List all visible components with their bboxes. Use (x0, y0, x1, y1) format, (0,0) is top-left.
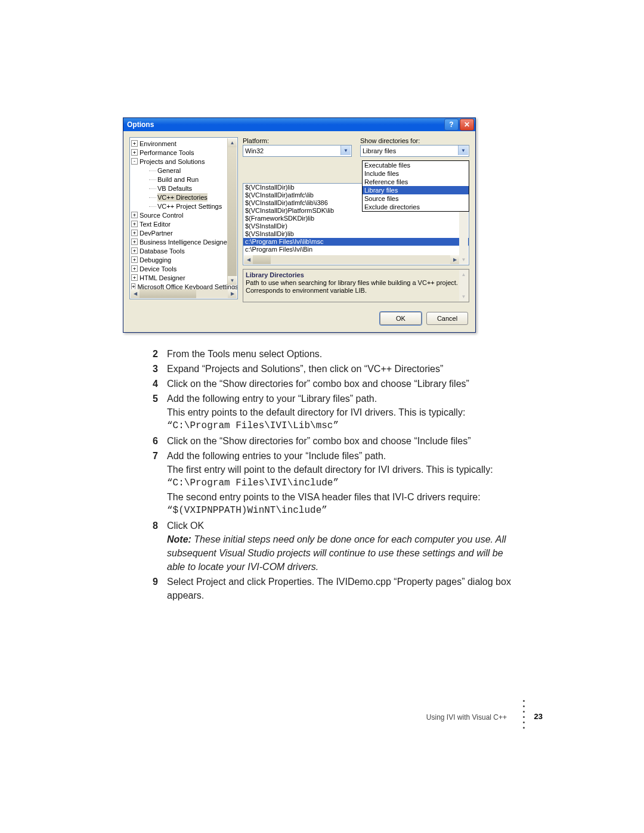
scroll-right-icon[interactable]: ▶ (450, 255, 459, 264)
step-line: Click OK (167, 519, 518, 532)
expand-icon[interactable]: + (131, 256, 138, 263)
titlebar[interactable]: Options ? ✕ (123, 118, 475, 131)
expand-icon[interactable]: + (131, 212, 138, 218)
expand-icon[interactable]: + (131, 140, 138, 147)
step: 7Add the following entries to your “Incl… (153, 449, 518, 518)
scroll-up-icon: ▲ (459, 270, 468, 279)
showdirs-combo[interactable]: Library files ▼ (360, 145, 469, 157)
tree-item[interactable]: +Database Tools (131, 246, 237, 255)
directory-entry[interactable]: $(FrameworkSDKDir)lib (243, 215, 469, 222)
scroll-right-icon[interactable]: ▶ (228, 289, 237, 298)
tree-item-label: Performance Tools (140, 148, 194, 157)
step: 2From the Tools menu select Options. (153, 347, 518, 361)
tree-item-label: General (157, 166, 181, 175)
expand-icon[interactable]: + (131, 247, 138, 254)
directory-entry[interactable]: $(VSInstallDir)lib (243, 230, 469, 238)
tree-item[interactable]: Build and Run (131, 175, 237, 184)
tree-item-label: VC++ Project Settings (157, 202, 222, 210)
dropdown-option[interactable]: Exclude directories (363, 203, 469, 211)
tree-item[interactable]: +Performance Tools (131, 148, 237, 157)
tree-item[interactable]: VB Defaults (131, 184, 237, 193)
dir-horizontal-scrollbar[interactable]: ◀ ▶ (244, 255, 459, 264)
dropdown-option[interactable]: Library files (363, 186, 469, 194)
step-body: Select Project and click Properties. The… (167, 575, 518, 602)
step-line: Click on the “Show directories for” comb… (167, 434, 518, 448)
tree-item-label: VB Defaults (157, 184, 192, 193)
expand-icon[interactable]: + (131, 239, 138, 245)
step-body: Click OKNote: These initial steps need o… (167, 519, 518, 574)
step-number: 3 (153, 362, 167, 376)
tree-item[interactable]: -Projects and Solutions (131, 157, 237, 166)
tree-item[interactable]: General (131, 166, 237, 175)
description-box: Library Directories Path to use when sea… (243, 269, 469, 302)
scroll-hthumb[interactable] (140, 289, 196, 298)
platform-combo[interactable]: Win32 ▼ (243, 145, 352, 157)
step: 5Add the following entry to your “Librar… (153, 392, 518, 433)
tree-item[interactable]: +DevPartner (131, 228, 237, 237)
step-line: Add the following entries to your “Inclu… (167, 449, 518, 463)
scroll-down-icon[interactable]: ▼ (228, 276, 237, 285)
expand-icon[interactable]: + (131, 274, 138, 281)
step-number: 4 (153, 377, 167, 391)
tree-item[interactable]: +Device Tools (131, 264, 237, 273)
tree-item-label: HTML Designer (140, 274, 185, 282)
step-body: Expand “Projects and Solutions”, then cl… (167, 362, 518, 376)
step-body: Click on the “Show directories for” comb… (167, 434, 518, 448)
directory-entry[interactable]: $(VSInstallDir) (243, 222, 469, 230)
directory-entry[interactable]: c:\Program Files\Ivi\lib\msc (243, 238, 469, 246)
close-button[interactable]: ✕ (460, 119, 474, 131)
showdirs-label: Show directories for: (360, 137, 469, 144)
scroll-up-icon[interactable]: ▲ (228, 138, 237, 147)
tree-item-label: DevPartner (140, 229, 173, 237)
step: 3Expand “Projects and Solutions”, then c… (153, 362, 518, 376)
tree-item[interactable]: VC++ Directories (131, 193, 237, 202)
tree-item[interactable]: +HTML Designer (131, 273, 237, 282)
tree-item[interactable]: +Source Control (131, 210, 237, 219)
tree-vertical-scrollbar[interactable]: ▲ ▼ (227, 138, 237, 285)
dropdown-option[interactable]: Include files (363, 169, 469, 178)
step-body: Add the following entries to your “Inclu… (167, 449, 518, 518)
tree-item[interactable]: +Debugging (131, 255, 237, 264)
platform-label: Platform: (243, 137, 352, 144)
showdirs-dropdown[interactable]: Executable filesInclude filesReference f… (362, 160, 469, 212)
step: 8Click OKNote: These initial steps need … (153, 519, 518, 574)
help-button[interactable]: ? (444, 119, 459, 131)
scroll-down-icon: ▼ (459, 292, 468, 301)
directory-entry[interactable]: c:\Program Files\Ivi\Bin (243, 246, 469, 253)
tree-item-label: Database Tools (140, 247, 185, 255)
scroll-left-icon[interactable]: ◀ (131, 289, 140, 298)
tree-item[interactable]: VC++ Project Settings (131, 202, 237, 210)
chevron-down-icon[interactable]: ▼ (458, 145, 468, 155)
tree-horizontal-scrollbar[interactable]: ◀ ▶ (131, 289, 237, 298)
dropdown-option[interactable]: Executable files (363, 161, 469, 169)
tree-item-label: Source Control (140, 211, 183, 219)
expand-icon[interactable]: + (131, 221, 138, 227)
tree-item-label: Debugging (140, 256, 171, 264)
tree-item[interactable]: +Environment (131, 139, 237, 148)
dropdown-option[interactable]: Source files (363, 194, 469, 203)
expand-icon[interactable]: + (131, 265, 138, 272)
tree-item[interactable]: +Business Intelligence Designers (131, 237, 237, 246)
tree-item-label: Build and Run (157, 175, 199, 184)
step-number: 7 (153, 449, 167, 518)
step-line: Expand “Projects and Solutions”, then cl… (167, 362, 518, 376)
scroll-thumb[interactable] (228, 147, 237, 276)
tree-item-label: Device Tools (140, 265, 177, 273)
chevron-down-icon[interactable]: ▼ (340, 145, 351, 155)
scroll-hthumb[interactable] (253, 255, 271, 264)
step: 9Select Project and click Properties. Th… (153, 575, 518, 602)
cancel-button[interactable]: Cancel (426, 312, 468, 325)
expand-icon[interactable]: - (131, 158, 138, 165)
tree-item-label: VC++ Directories (157, 193, 208, 202)
tree-item[interactable]: +Text Editor (131, 219, 237, 228)
options-dialog: Options ? ✕ +Environment+Performance Too… (123, 117, 476, 333)
dropdown-option[interactable]: Reference files (363, 178, 469, 186)
scroll-left-icon[interactable]: ◀ (244, 255, 253, 264)
ok-button[interactable]: OK (380, 312, 422, 325)
step-line: From the Tools menu select Options. (167, 347, 518, 361)
category-tree[interactable]: +Environment+Performance Tools-Projects … (129, 137, 238, 299)
expand-icon[interactable]: + (131, 149, 138, 156)
tree-item-label: Text Editor (140, 220, 171, 228)
expand-icon[interactable]: + (131, 230, 138, 236)
step-number: 2 (153, 347, 167, 361)
